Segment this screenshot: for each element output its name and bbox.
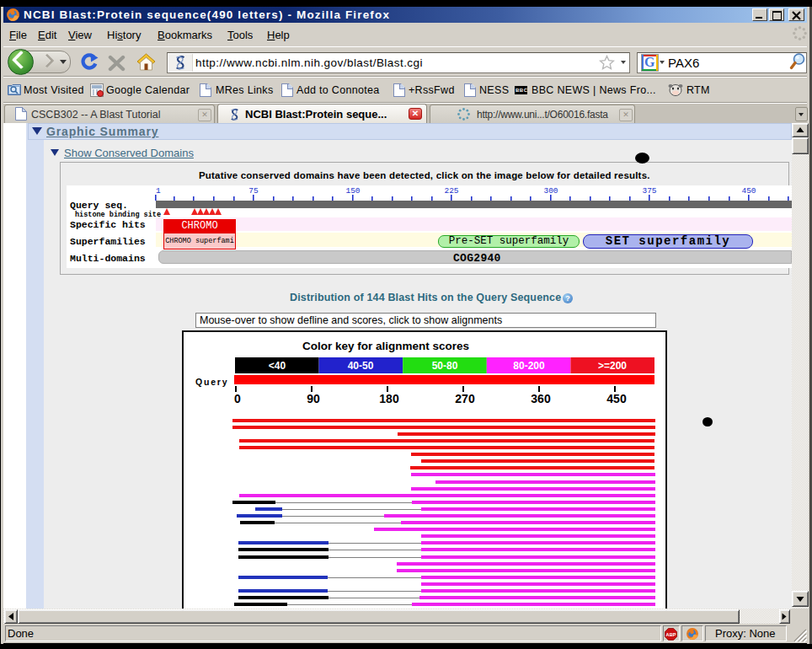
svg-text:0: 0	[234, 392, 241, 405]
svg-text:90: 90	[307, 392, 320, 405]
svg-text:450: 450	[606, 392, 627, 405]
svg-text:180: 180	[379, 392, 399, 405]
svg-text:ABP: ABP	[666, 632, 676, 637]
svg-text:360: 360	[531, 392, 551, 405]
svg-text:270: 270	[455, 392, 475, 405]
